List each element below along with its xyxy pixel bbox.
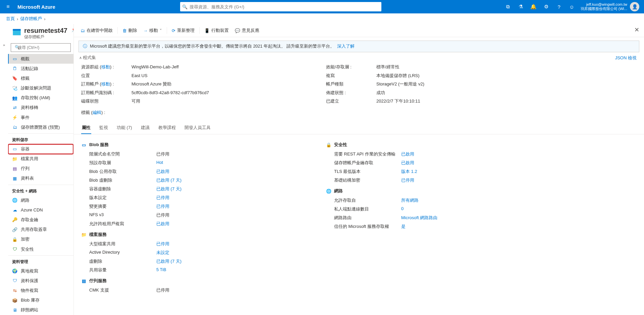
pin-icon[interactable]: 📌	[71, 27, 74, 32]
json-view-link[interactable]: JSON 檢視	[615, 55, 644, 61]
subscription-link[interactable]: Microsoft Azure 贊助	[131, 81, 299, 87]
nav-redundancy[interactable]: 🌍異地複寫	[8, 266, 73, 276]
filter-icon[interactable]: ⚗	[515, 0, 527, 13]
move-sub-link[interactable]: 移動	[101, 81, 110, 86]
nav-networking[interactable]: 🌐網路	[8, 195, 73, 205]
property-value[interactable]: 已停用	[156, 241, 169, 247]
property-value[interactable]: 未設定	[156, 250, 169, 256]
cmd-refresh[interactable]: ⟳重新整理	[170, 26, 197, 35]
crumb-home[interactable]: 首頁	[6, 16, 15, 22]
redundancy-icon: 🌍	[12, 268, 17, 274]
chevron-down-icon: ˅	[160, 28, 162, 33]
resource-group-link[interactable]: WingWill-Demo-Lab-Jeff	[131, 64, 299, 70]
settings-icon[interactable]: ⚙	[540, 0, 552, 13]
feedback-icon[interactable]: ☺	[566, 0, 578, 13]
property-value[interactable]: 已停用	[156, 203, 169, 209]
property-row: 虛刪除已啟用 (7 天)	[81, 257, 299, 266]
networking-icon: 🌐	[12, 198, 17, 203]
edit-tags-link[interactable]: 編輯	[93, 110, 101, 115]
hamburger-icon[interactable]: ≡	[3, 4, 13, 10]
tab-monitor[interactable]: 監視	[99, 122, 109, 134]
crumb-storage[interactable]: 儲存體帳戶	[20, 16, 42, 22]
nav-tags[interactable]: 🔖標籤	[8, 73, 73, 83]
cloud-shell-icon[interactable]: ⧉	[502, 0, 514, 13]
cmd-mobile[interactable]: 📱行動裝置	[202, 26, 231, 35]
property-label: 變更摘要	[89, 203, 156, 209]
property-label: 儲存體帳戶金鑰存取	[334, 160, 401, 166]
kind-value: StorageV2 (一般用途 v2)	[376, 81, 544, 87]
nav-static-website[interactable]: 🖥靜態網站	[8, 305, 73, 315]
property-value[interactable]: 已啟用	[156, 221, 169, 227]
property-value[interactable]: 已停用	[156, 195, 169, 201]
nav-object-replication[interactable]: ⇆物件複寫	[8, 286, 73, 295]
tab-recommendations[interactable]: 建議	[140, 122, 150, 134]
property-value[interactable]: Hot	[156, 160, 163, 166]
nav-containers[interactable]: ▭容器	[8, 144, 73, 154]
nav-queues[interactable]: ▤佇列	[8, 164, 73, 174]
help-icon[interactable]: ?	[553, 0, 565, 13]
property-value[interactable]: 已啟用 (7 天)	[156, 186, 181, 192]
move-rg-link[interactable]: 移動	[101, 64, 110, 69]
notifications-icon[interactable]: 🔔	[528, 0, 540, 13]
nav-encryption[interactable]: 🔒加密	[8, 235, 73, 244]
property-value[interactable]: 5 TiB	[156, 267, 166, 273]
avatar[interactable]: 👤	[630, 2, 639, 11]
property-value[interactable]: 0	[401, 206, 404, 212]
cmd-delete[interactable]: 🗑刪除	[120, 26, 139, 35]
property-value[interactable]: 已啟用	[156, 169, 169, 175]
brand-label[interactable]: Microsoft Azure	[13, 4, 59, 10]
property-row: 階層式命名空間已停用	[81, 150, 299, 159]
nav-overview[interactable]: ▭概觀	[8, 54, 73, 64]
security-group-icon: 🔒	[326, 142, 331, 147]
property-value[interactable]: 已啟用	[401, 151, 414, 157]
nav-data-protection[interactable]: 🛡資料保護	[8, 276, 73, 286]
account-block[interactable]: jeff.kuo@wingwill.com.tw 羽昇國際股份有限公司 (WI.…	[578, 2, 630, 11]
close-blade-icon[interactable]: ✕	[634, 26, 639, 34]
expand-rail-icon[interactable]: »	[0, 24, 8, 315]
global-search[interactable]: 🔍	[180, 2, 381, 11]
tab-tutorials[interactable]: 教學課程	[158, 122, 176, 134]
nav-activity-log[interactable]: 🗒活動記錄	[8, 64, 73, 73]
nav-access-keys[interactable]: 🔑存取金鑰	[8, 215, 73, 225]
tab-capabilities[interactable]: 功能 (7)	[116, 122, 133, 134]
property-value[interactable]: 版本 1.2	[401, 169, 417, 175]
property-value[interactable]: 已啟用 (7 天)	[156, 258, 181, 264]
nav-data-migration[interactable]: ⇄資料移轉	[8, 103, 73, 113]
nav-sas[interactable]: 🔗共用存取簽章	[8, 225, 73, 235]
essentials-toggle[interactable]: 程式集	[74, 54, 101, 61]
delete-icon: 🗑	[122, 28, 127, 33]
nav-events[interactable]: ⚡事件	[8, 113, 73, 122]
nav-tables[interactable]: ▦資料表	[8, 174, 73, 183]
search-icon: 🔍	[180, 4, 190, 9]
property-label: 允許跨租用戶複寫	[89, 221, 156, 227]
property-label: 虛刪除	[89, 258, 156, 264]
property-value[interactable]: 已啟用	[401, 160, 414, 166]
nav-storage-explorer[interactable]: 🗂儲存體瀏覽器 (預覽)	[8, 122, 73, 132]
cdn-icon: ☁	[12, 207, 17, 213]
section-data-storage: 資料儲存	[8, 133, 73, 144]
nav-iam[interactable]: 👥存取控制 (IAM)	[8, 93, 73, 103]
property-value[interactable]: 所有網路	[401, 197, 419, 203]
tab-properties[interactable]: 屬性	[81, 122, 91, 134]
global-search-input[interactable]	[190, 4, 381, 9]
nav-diagnose[interactable]: 🩺診斷並解決問題	[8, 83, 73, 93]
containers-icon: ▭	[12, 146, 17, 152]
sidebar-search: 🔍 «	[11, 43, 71, 52]
cmd-open-explorer[interactable]: 🗂在總管中開啟	[78, 26, 115, 35]
cmd-move[interactable]: →移動 ˅	[141, 26, 164, 35]
cmd-feedback[interactable]: 💬意見反應	[233, 26, 261, 35]
property-value[interactable]: Microsoft 網路路由	[401, 215, 437, 221]
tab-devtools[interactable]: 開發人員工具	[184, 122, 211, 134]
nav-azure-cdn[interactable]: ☁Azure CDN	[8, 205, 73, 215]
location-value: East US	[131, 72, 299, 79]
property-label: TLS 最低版本	[334, 169, 401, 175]
nav-file-shares[interactable]: 📁檔案共用	[8, 154, 73, 164]
property-value[interactable]: 是	[401, 224, 406, 230]
nav-blob-inventory[interactable]: 📦Blob 庫存	[8, 296, 73, 305]
nav-security[interactable]: 🛡安全性	[8, 244, 73, 254]
property-value[interactable]: 已啟用 (7 天)	[156, 177, 181, 183]
banner-learn-more-link[interactable]: 深入了解	[337, 44, 355, 49]
protection-icon: 🛡	[12, 278, 17, 284]
property-value[interactable]: 已停用	[401, 177, 414, 183]
property-row: 版本設定已停用	[81, 193, 299, 202]
